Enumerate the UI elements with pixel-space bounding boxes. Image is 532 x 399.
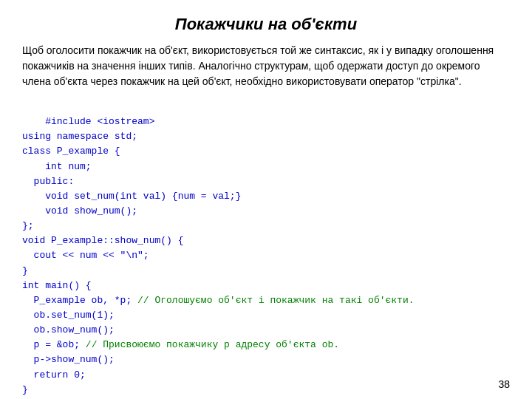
description-text: Щоб оголосити покажчик на об'єкт, викори… bbox=[22, 43, 510, 89]
page-number: 38 bbox=[498, 378, 510, 390]
code-block: #include <iostream> using namespace std;… bbox=[22, 100, 510, 399]
code-line-1: #include <iostream> using namespace std;… bbox=[22, 116, 415, 395]
page-title: Покажчики на об'єкти bbox=[22, 15, 510, 34]
page: Покажчики на об'єкти Щоб оголосити покаж… bbox=[0, 0, 532, 399]
